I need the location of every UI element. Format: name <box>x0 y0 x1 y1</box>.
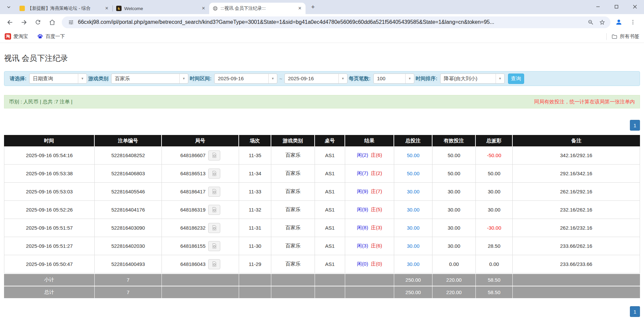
tab-title: Welcome <box>124 6 200 11</box>
result-banker: 庄(2) <box>371 170 382 176</box>
range-separator: ~ <box>279 76 282 82</box>
cell-payout: 28.50 <box>476 237 513 255</box>
footer-empty-cell <box>162 273 239 286</box>
video-replay-button[interactable] <box>208 259 220 269</box>
film-icon <box>212 243 217 249</box>
page-1-button[interactable]: 1 <box>630 120 640 131</box>
cell-bet-number: 522816406803 <box>95 165 162 183</box>
per-page-select[interactable]: 100 ▼ <box>373 74 414 84</box>
date-from-select[interactable]: 2025-09-16 ▼ <box>214 74 277 84</box>
total-bet-link[interactable]: 30.00 <box>394 219 432 237</box>
video-replay-button[interactable] <box>208 241 220 251</box>
tab-close-icon[interactable]: ✕ <box>297 5 303 11</box>
sort-order-select[interactable]: 降幂(由大到小) ▼ <box>440 74 505 84</box>
site-info-icon[interactable] <box>66 18 75 27</box>
new-tab-button[interactable]: + <box>308 2 318 12</box>
total-bet-link[interactable]: 30.00 <box>394 183 432 201</box>
round-number: 648186232 <box>180 225 205 231</box>
cell-table-number: AS1 <box>315 146 345 165</box>
table-footer-row: 总计 7 250.00 220.00 58.50 <box>4 286 640 298</box>
total-bet-link[interactable]: 30.00 <box>394 201 432 219</box>
tab-close-icon[interactable]: ✕ <box>200 5 206 11</box>
taobao-icon: 淘 <box>5 33 11 40</box>
video-replay-button[interactable] <box>208 205 220 215</box>
cell-game-type: 百家乐 <box>271 255 315 273</box>
round-number: 648186417 <box>180 189 205 194</box>
film-icon <box>212 207 217 213</box>
cell-bet-number: 522816400493 <box>95 255 162 273</box>
result-player: 闲(8) <box>357 225 368 230</box>
column-header: 时间 <box>4 135 95 146</box>
filter-label-per-page: 每页笔数: <box>349 76 371 82</box>
column-header: 备注 <box>513 135 640 146</box>
tab-forum[interactable]: 【新提醒】海燕策略论坛 - 综合 ✕ <box>16 3 112 14</box>
bookmark-baidu[interactable]: 百度一下 <box>37 33 65 40</box>
forward-icon <box>20 19 28 26</box>
bookmark-taobao[interactable]: 淘 爱淘宝 <box>5 33 28 40</box>
search-button[interactable]: 查询 <box>508 74 524 84</box>
cell-remark: 292.16/342.16 <box>513 165 640 183</box>
url-bar[interactable]: 66cxkj98.com/ipl/portal.php/game/betreco… <box>62 16 610 28</box>
tab-welcome[interactable]: ♞ Welcome ✕ <box>113 3 209 14</box>
bookmark-star-icon[interactable] <box>597 17 607 27</box>
total-bet-link[interactable]: 50.00 <box>394 146 432 165</box>
tab-title: :::视讯 会员下注纪录::: <box>221 5 297 11</box>
close-button[interactable] <box>626 0 644 13</box>
video-replay-button[interactable] <box>208 150 220 160</box>
all-bookmarks-button[interactable]: 所有书签 <box>611 33 639 40</box>
tab-close-icon[interactable]: ✕ <box>104 5 110 11</box>
cell-payout: -50.00 <box>476 146 513 165</box>
url-text: 66cxkj98.com/ipl/portal.php/game/betreco… <box>78 19 584 25</box>
cell-game-type: 百家乐 <box>271 183 315 201</box>
cell-payout: 30.00 <box>476 201 513 219</box>
profile-avatar[interactable] <box>612 16 625 29</box>
bet-records-table: 时间注单编号局号场次游戏类别桌号结果总投注有效投注总派彩备注 2025-09-1… <box>4 135 640 298</box>
chevron-down-icon: ▼ <box>496 74 504 83</box>
film-icon <box>212 171 217 176</box>
footer-count: 7 <box>95 286 162 298</box>
cell-session: 11-31 <box>239 219 271 237</box>
page-1-button[interactable]: 1 <box>630 306 640 317</box>
result-banker: 庄(7) <box>371 188 382 194</box>
menu-kebab-icon[interactable] <box>627 16 639 29</box>
browser-tab-bar: 【新提醒】海燕策略论坛 - 综合 ✕ ♞ Welcome ✕ :::视讯 会员下… <box>0 0 644 14</box>
game-type-select[interactable]: 百家乐 ▼ <box>111 74 188 84</box>
maximize-button[interactable] <box>607 0 626 13</box>
result-player: 闲(0) <box>357 261 368 267</box>
video-replay-button[interactable] <box>208 223 220 233</box>
cell-valid-bet: 30.00 <box>432 219 476 237</box>
video-replay-button[interactable] <box>208 169 220 179</box>
tab-search-button[interactable] <box>4 2 13 12</box>
forward-button[interactable] <box>17 16 30 29</box>
maximize-icon <box>614 5 618 9</box>
cell-round-number: 648186417 <box>162 183 239 201</box>
date-to-value: 2025-09-16 <box>285 74 338 83</box>
back-button[interactable] <box>3 16 16 29</box>
close-icon <box>633 5 637 9</box>
forum-favicon-icon <box>19 6 25 11</box>
total-bet-link[interactable]: 30.00 <box>394 237 432 255</box>
cell-payout: 50.00 <box>476 165 513 183</box>
cell-time: 2025-09-16 05:50:47 <box>4 255 95 273</box>
minimize-button[interactable] <box>589 0 607 13</box>
home-button[interactable] <box>46 16 58 29</box>
date-to-select[interactable]: 2025-09-16 ▼ <box>284 74 348 84</box>
reload-icon <box>35 19 41 26</box>
tab-bet-record-active[interactable]: :::视讯 会员下注纪录::: ✕ <box>209 3 306 14</box>
query-type-select[interactable]: 日期查询 ▼ <box>29 74 87 84</box>
total-bet-link[interactable]: 50.00 <box>394 165 432 183</box>
footer-empty-cell <box>162 286 239 298</box>
query-type-value: 日期查询 <box>30 74 78 83</box>
reload-button[interactable] <box>32 16 44 29</box>
footer-total-bet: 250.00 <box>394 273 432 286</box>
zoom-out-icon[interactable] <box>586 17 596 27</box>
total-bet-link[interactable]: 30.00 <box>394 255 432 273</box>
cell-time: 2025-09-16 05:54:16 <box>4 146 95 165</box>
footer-count: 7 <box>95 273 162 286</box>
cell-valid-bet: 50.00 <box>432 165 476 183</box>
footer-label: 小计 <box>4 273 95 286</box>
cell-game-type: 百家乐 <box>271 165 315 183</box>
column-header: 注单编号 <box>95 135 162 146</box>
video-replay-button[interactable] <box>208 187 220 197</box>
filter-label-sort: 时间排序: <box>416 76 438 82</box>
